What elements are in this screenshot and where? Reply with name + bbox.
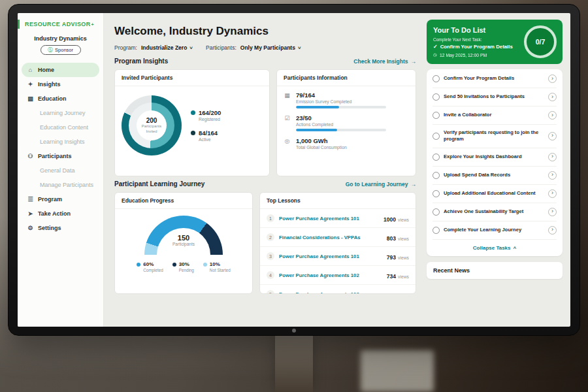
chevron-right-icon[interactable]: › xyxy=(548,189,557,198)
task-label: Verify participants requesting to join t… xyxy=(444,129,544,143)
todo-task[interactable]: Explore Your Insights Dashboard› xyxy=(433,148,557,167)
todo-header: Your To Do List Complete Your Next Task:… xyxy=(427,20,563,64)
lesson-row: 5 Power Purchase Agreements 103 600views xyxy=(260,285,416,294)
card-title: Top Lessons xyxy=(260,193,416,209)
task-label: Achieve One Sustainability Target xyxy=(444,208,544,215)
insights-icon: ✦ xyxy=(27,82,34,88)
legend-label: Pending xyxy=(179,268,194,272)
info-row: ☑ 23/50 Actions Completed xyxy=(284,114,409,131)
lesson-row: 4 Power Purchase Agreements 102 734views xyxy=(260,266,416,285)
insights-cards-row: Invited Participants 200 Participants In… xyxy=(114,69,416,176)
task-checkbox[interactable] xyxy=(433,227,440,234)
sidebar-item-label: Insights xyxy=(38,81,61,88)
lesson-rank: 5 xyxy=(267,290,274,294)
legend-dot xyxy=(172,263,176,267)
chevron-down-icon: ˅ xyxy=(189,45,193,51)
sidebar: RESOURCE ADVISOR+ Industry Dynamics Ⓢ Sp… xyxy=(18,13,104,327)
sidebar-item-home[interactable]: ⌂Home xyxy=(22,63,99,77)
todo-task[interactable]: Upload Additional Educational Content› xyxy=(433,185,557,203)
app-logo-text: RESOURCE ADVISOR xyxy=(25,21,91,27)
lesson-rank: 2 xyxy=(267,233,274,241)
participants-icon: ⚇ xyxy=(27,154,34,159)
todo-task[interactable]: Verify participants requesting to join t… xyxy=(433,125,557,148)
chevron-right-icon[interactable]: › xyxy=(548,171,557,180)
participants-information-card: Participants Information ▦ 79/164 Emissi… xyxy=(276,69,416,176)
task-checkbox[interactable] xyxy=(433,208,440,216)
legend-label: Active xyxy=(199,137,218,142)
todo-task[interactable]: Upload Spend Data Records› xyxy=(433,167,557,185)
chevron-right-icon[interactable]: › xyxy=(548,208,557,216)
sidebar-item-learning-insights[interactable]: Learning Insights xyxy=(22,135,99,149)
chevron-right-icon[interactable]: › xyxy=(548,111,557,120)
task-label: Send 50 Invitations to Participants xyxy=(444,93,544,100)
check-more-insights-label: Check More Insights xyxy=(353,58,408,65)
sidebar-item-program[interactable]: ☰Program xyxy=(22,192,99,206)
program-select[interactable]: Industrialize Zero ˅ xyxy=(141,44,193,51)
program-select-value: Industrialize Zero xyxy=(141,44,187,51)
task-checkbox[interactable] xyxy=(433,75,440,82)
info-row: ▦ 79/164 Emission Survey Completed xyxy=(284,91,409,108)
todo-next-task-label: Confirm Your Program Details xyxy=(440,44,513,50)
lesson-link[interactable]: Power Purchase Agreements 101 xyxy=(279,216,379,221)
lesson-link[interactable]: Financial Considerations - VPPAs xyxy=(279,235,382,240)
lesson-link[interactable]: Power Purchase Agreements 103 xyxy=(279,291,382,295)
chevron-right-icon[interactable]: › xyxy=(548,226,557,235)
sidebar-item-settings[interactable]: ⚙Settings xyxy=(22,221,99,235)
learning-cards-row: Education Progress 150 Participants xyxy=(114,192,416,294)
monitor-bezel: RESOURCE ADVISOR+ Industry Dynamics Ⓢ Sp… xyxy=(8,4,580,336)
sidebar-item-label: Home xyxy=(38,67,54,73)
learning-journey-section: Participant Learning Journey Go to Learn… xyxy=(114,180,416,188)
chevron-right-icon[interactable]: › xyxy=(548,153,557,161)
go-to-learning-journey-label: Go to Learning Journey xyxy=(346,181,408,188)
progress-bar-fill xyxy=(296,129,337,131)
check-more-insights-link[interactable]: Check More Insights → xyxy=(353,58,416,65)
arrow-right-icon: → xyxy=(411,58,417,65)
task-checkbox[interactable] xyxy=(433,154,440,161)
todo-due-label: 12 May 2025, 12:00 PM xyxy=(440,53,487,57)
lesson-views: 1000 xyxy=(384,216,396,223)
legend-value: 30% xyxy=(179,261,194,267)
sidebar-item-participants[interactable]: ⚇Participants xyxy=(22,149,99,163)
sidebar-item-education-content[interactable]: Education Content xyxy=(22,120,99,135)
lesson-row: 3 Power Purchase Agreements 101 793views xyxy=(260,247,416,266)
lesson-views-label: views xyxy=(398,218,409,222)
task-checkbox[interactable] xyxy=(433,172,440,179)
todo-task[interactable]: Confirm Your Program Details› xyxy=(433,70,557,88)
settings-icon: ⚙ xyxy=(27,225,34,231)
lesson-views-label: views xyxy=(398,237,409,241)
todo-tasks-card: Confirm Your Program Details› Send 50 In… xyxy=(427,69,563,256)
todo-task[interactable]: Invite a Collaborator› xyxy=(433,106,557,125)
chevron-right-icon[interactable]: › xyxy=(548,74,557,83)
info-label: Actions Completed xyxy=(296,122,386,127)
sidebar-item-take-action[interactable]: ➤Take Action xyxy=(22,206,99,221)
screen: RESOURCE ADVISOR+ Industry Dynamics Ⓢ Sp… xyxy=(18,13,570,327)
task-checkbox[interactable] xyxy=(433,93,440,101)
sidebar-item-learning-journey[interactable]: Learning Journey xyxy=(22,106,99,120)
sidebar-item-manage-participants[interactable]: Manage Participants xyxy=(22,178,99,192)
chevron-right-icon[interactable]: › xyxy=(548,132,557,140)
lesson-link[interactable]: Power Purchase Agreements 102 xyxy=(279,272,382,278)
sidebar-item-education[interactable]: ▤Education xyxy=(22,91,99,106)
sidebar-item-insights[interactable]: ✦Insights xyxy=(22,77,99,91)
participants-select[interactable]: Only My Participants ˅ xyxy=(240,44,301,51)
task-checkbox[interactable] xyxy=(433,190,440,197)
chevron-right-icon[interactable]: › xyxy=(548,93,557,101)
collapse-tasks-button[interactable]: Collapse Tasks ˄ xyxy=(433,240,557,256)
todo-task[interactable]: Achieve One Sustainability Target› xyxy=(433,203,557,221)
gauge-center-value: 150 xyxy=(144,234,223,242)
lesson-link[interactable]: Power Purchase Agreements 101 xyxy=(279,253,382,259)
go-to-learning-journey-link[interactable]: Go to Learning Journey → xyxy=(346,181,416,188)
top-lessons-card: Top Lessons 1 Power Purchase Agreements … xyxy=(259,192,416,294)
info-label: Total Global Consumption xyxy=(296,145,347,150)
sidebar-item-general-data[interactable]: General Data xyxy=(22,163,99,178)
legend-dot xyxy=(191,131,195,135)
lesson-views-label: views xyxy=(398,293,409,294)
todo-task[interactable]: Complete Your Learning Journey› xyxy=(433,221,557,240)
task-checkbox[interactable] xyxy=(433,112,440,119)
sidebar-item-label: Program xyxy=(38,196,62,203)
sidebar-item-label: Manage Participants xyxy=(40,182,93,188)
legend-item: 60% Completed xyxy=(137,261,163,272)
todo-task[interactable]: Send 50 Invitations to Participants› xyxy=(433,88,557,106)
task-checkbox[interactable] xyxy=(433,133,440,140)
monitor-stand xyxy=(275,335,313,392)
